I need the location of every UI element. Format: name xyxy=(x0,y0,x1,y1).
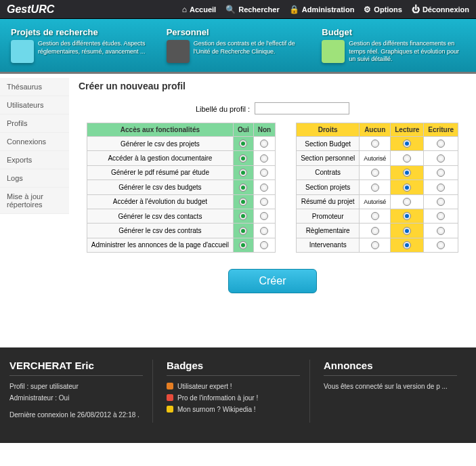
nav-options[interactable]: ⚙Options xyxy=(364,5,402,14)
badge-item: Pro de l'information à jour ! xyxy=(167,394,300,402)
badge-icon xyxy=(167,383,173,389)
radio-lecture[interactable] xyxy=(403,241,411,249)
gear-icon: ⚙ xyxy=(364,5,371,14)
radio-non[interactable] xyxy=(260,154,268,163)
radio-non[interactable] xyxy=(260,140,268,148)
footer-user: VERCHERAT Eric Profil : super utilisateu… xyxy=(9,360,153,423)
droit-row-label: Section Budget xyxy=(297,137,360,151)
money-icon xyxy=(322,40,345,63)
banner-personnel[interactable]: Personnel Gestion des contrats et de l'e… xyxy=(163,24,314,66)
badge-icon xyxy=(167,394,173,401)
radio-oui[interactable] xyxy=(239,241,247,249)
radio-ecriture[interactable] xyxy=(437,154,445,163)
func-row-label: Générer le csv des projets xyxy=(87,137,233,151)
sidebar-item[interactable]: Exports xyxy=(0,151,69,169)
radio-ecriture[interactable] xyxy=(437,169,445,177)
radio-oui[interactable] xyxy=(239,154,247,163)
radio-oui[interactable] xyxy=(239,212,247,220)
sidebar-item[interactable]: Logs xyxy=(0,169,69,188)
nav-admin[interactable]: 🔒Administration xyxy=(289,5,355,14)
radio-aucun[interactable] xyxy=(371,241,379,249)
banner-budget[interactable]: Budget Gestion des différents financemen… xyxy=(318,24,469,66)
radio-ecriture[interactable] xyxy=(437,140,445,148)
radio-lecture[interactable] xyxy=(403,198,411,206)
radio-lecture[interactable] xyxy=(403,227,411,235)
banner-projets[interactable]: Projets de recherche Gestion des différe… xyxy=(7,24,158,66)
radio-lecture[interactable] xyxy=(403,184,411,192)
droit-row-label: Intervenants xyxy=(297,238,360,252)
create-button[interactable]: Créer xyxy=(228,269,316,293)
footer-annonces: Annonces Vous êtes connecté sur la versi… xyxy=(324,360,467,423)
sidebar-item[interactable]: Thésaurus xyxy=(0,78,69,96)
radio-oui[interactable] xyxy=(239,140,247,148)
func-row-label: Générer le pdf résumé par étude xyxy=(87,165,233,179)
radio-oui[interactable] xyxy=(239,184,247,192)
radio-oui[interactable] xyxy=(239,169,247,177)
footer-badges: Badges Utilisateur expert !Pro de l'info… xyxy=(167,360,310,423)
nav-rechercher[interactable]: 🔍Rechercher xyxy=(225,5,280,14)
sidebar-item[interactable]: Utilisateurs xyxy=(0,96,69,114)
droit-row-label: Règlementaire xyxy=(297,224,360,238)
droit-row-label: Section projets xyxy=(297,180,360,194)
func-row-label: Accéder à la gestion documentaire xyxy=(87,151,233,165)
home-icon: ⌂ xyxy=(182,5,187,14)
app-logo: GestURC xyxy=(7,3,182,16)
radio-non[interactable] xyxy=(260,241,268,249)
radio-oui[interactable] xyxy=(239,227,247,235)
func-row-label: Accéder à l'évolution du budget xyxy=(87,194,233,209)
droit-row-label: Section personnel xyxy=(297,151,360,165)
func-table: Accès aux fonctionalitésOuiNonGénérer le… xyxy=(87,123,276,253)
folder-icon xyxy=(11,40,34,63)
radio-non[interactable] xyxy=(260,184,268,192)
libelle-input[interactable] xyxy=(255,102,349,114)
badge-item: Utilisateur expert ! xyxy=(167,383,300,390)
libelle-label: Libellé du profil : xyxy=(196,105,250,113)
radio-aucun[interactable] xyxy=(371,212,379,220)
radio-non[interactable] xyxy=(260,212,268,220)
droits-table: DroitsAucunLectureEcritureSection Budget… xyxy=(296,123,458,253)
radio-lecture[interactable] xyxy=(403,154,411,163)
radio-aucun[interactable] xyxy=(371,227,379,235)
radio-non[interactable] xyxy=(260,169,268,177)
people-icon xyxy=(167,40,190,63)
droit-row-label: Résumé du projet xyxy=(297,194,360,209)
sidebar-item[interactable]: Profils xyxy=(0,114,69,133)
func-row-label: Générer le csv des budgets xyxy=(87,180,233,194)
radio-oui[interactable] xyxy=(239,198,247,206)
nav-deconnexion[interactable]: ⏻Déconnexion xyxy=(412,5,469,14)
nav-accueil[interactable]: ⌂Accueil xyxy=(182,5,216,14)
search-icon: 🔍 xyxy=(225,5,236,14)
page-title: Créer un nouveau profil xyxy=(79,81,467,91)
sidebar-item[interactable]: Mise à jour répertoires xyxy=(0,188,69,214)
radio-aucun[interactable] xyxy=(371,184,379,192)
power-icon: ⏻ xyxy=(412,5,420,14)
radio-ecriture[interactable] xyxy=(437,212,445,220)
radio-lecture[interactable] xyxy=(403,212,411,220)
droit-row-label: Promoteur xyxy=(297,209,360,223)
radio-aucun[interactable] xyxy=(371,140,379,148)
radio-ecriture[interactable] xyxy=(437,198,445,206)
radio-lecture[interactable] xyxy=(403,169,411,177)
radio-ecriture[interactable] xyxy=(437,241,445,249)
radio-aucun[interactable] xyxy=(371,169,379,177)
func-row-label: Administrer les annonces de la page d'ac… xyxy=(87,238,233,252)
lock-icon: 🔒 xyxy=(289,5,299,14)
sidebar-item[interactable]: Connexions xyxy=(0,133,69,151)
radio-ecriture[interactable] xyxy=(437,227,445,235)
badge-item: Mon surnom ? Wikipedia ! xyxy=(167,406,300,413)
radio-non[interactable] xyxy=(260,227,268,235)
radio-non[interactable] xyxy=(260,198,268,206)
radio-lecture[interactable] xyxy=(403,140,411,148)
droit-row-label: Contrats xyxy=(297,165,360,179)
sidebar: ThésaurusUtilisateursProfilsConnexionsEx… xyxy=(0,74,69,320)
badge-icon xyxy=(167,406,173,412)
func-row-label: Générer le csv des contrats xyxy=(87,224,233,238)
func-row-label: Générer le csv des contacts xyxy=(87,209,233,223)
radio-ecriture[interactable] xyxy=(437,184,445,192)
